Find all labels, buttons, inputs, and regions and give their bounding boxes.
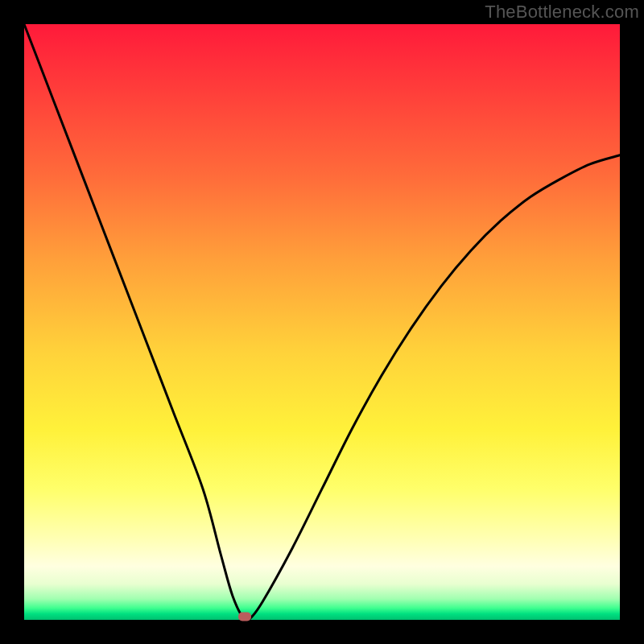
bottleneck-curve-svg: [24, 24, 620, 620]
plot-area: [24, 24, 620, 620]
chart-frame: TheBottleneck.com: [0, 0, 644, 644]
bottleneck-curve-path: [24, 24, 620, 621]
optimum-marker: [238, 613, 251, 621]
watermark-text: TheBottleneck.com: [485, 2, 639, 23]
